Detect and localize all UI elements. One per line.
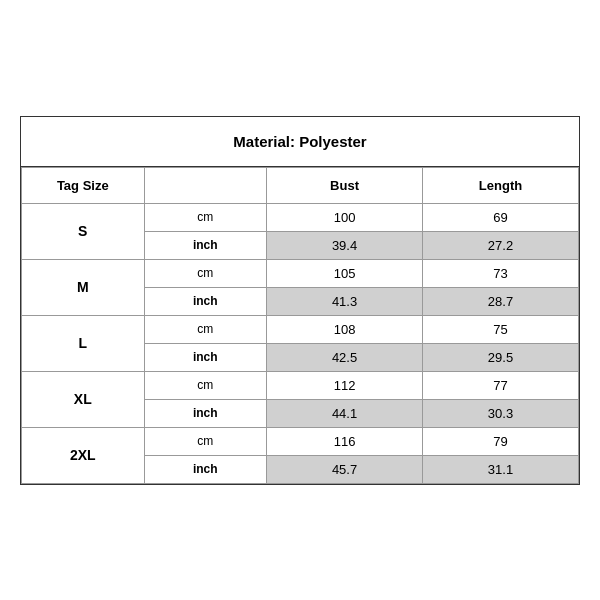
unit-cell-inch: inch — [144, 399, 267, 427]
bust-cm-value: 116 — [267, 427, 423, 455]
length-inch-value: 30.3 — [423, 399, 579, 427]
chart-title: Material: Polyester — [21, 117, 579, 167]
table-row: 2XLcm11679 — [22, 427, 579, 455]
size-chart-container: Material: Polyester Tag Size Bust Length… — [20, 116, 580, 485]
tag-size-cell: M — [22, 259, 145, 315]
unit-cell-cm: cm — [144, 371, 267, 399]
size-table: Tag Size Bust Length Scm10069inch39.427.… — [21, 167, 579, 484]
bust-inch-value: 45.7 — [267, 455, 423, 483]
tag-size-cell: XL — [22, 371, 145, 427]
unit-cell-inch: inch — [144, 287, 267, 315]
bust-cm-value: 105 — [267, 259, 423, 287]
length-inch-value: 31.1 — [423, 455, 579, 483]
unit-cell-inch: inch — [144, 343, 267, 371]
length-inch-value: 27.2 — [423, 231, 579, 259]
length-cm-value: 79 — [423, 427, 579, 455]
length-cm-value: 77 — [423, 371, 579, 399]
length-cm-value: 69 — [423, 203, 579, 231]
unit-cell-cm: cm — [144, 427, 267, 455]
table-row: Scm10069 — [22, 203, 579, 231]
tag-size-cell: 2XL — [22, 427, 145, 483]
length-inch-value: 28.7 — [423, 287, 579, 315]
length-header: Length — [423, 167, 579, 203]
unit-cell-inch: inch — [144, 231, 267, 259]
bust-inch-value: 42.5 — [267, 343, 423, 371]
bust-header: Bust — [267, 167, 423, 203]
bust-inch-value: 39.4 — [267, 231, 423, 259]
table-row: XLcm11277 — [22, 371, 579, 399]
length-cm-value: 73 — [423, 259, 579, 287]
length-inch-value: 29.5 — [423, 343, 579, 371]
tag-size-cell: S — [22, 203, 145, 259]
tag-size-cell: L — [22, 315, 145, 371]
unit-cell-cm: cm — [144, 203, 267, 231]
table-row: Lcm10875 — [22, 315, 579, 343]
length-cm-value: 75 — [423, 315, 579, 343]
bust-cm-value: 112 — [267, 371, 423, 399]
unit-cell-inch: inch — [144, 455, 267, 483]
unit-cell-cm: cm — [144, 259, 267, 287]
bust-inch-value: 41.3 — [267, 287, 423, 315]
bust-cm-value: 108 — [267, 315, 423, 343]
tag-size-header: Tag Size — [22, 167, 145, 203]
bust-cm-value: 100 — [267, 203, 423, 231]
unit-cell-cm: cm — [144, 315, 267, 343]
bust-inch-value: 44.1 — [267, 399, 423, 427]
table-row: Mcm10573 — [22, 259, 579, 287]
unit-header — [144, 167, 267, 203]
